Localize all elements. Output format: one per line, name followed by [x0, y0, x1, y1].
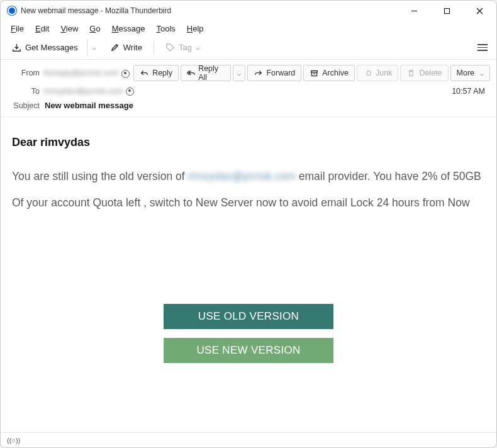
- menubar: File Edit View Go Message Tools Help: [1, 21, 496, 36]
- get-messages-dropdown[interactable]: ⌵: [87, 39, 101, 57]
- menu-edit[interactable]: Edit: [30, 23, 54, 35]
- from-row: From Noreply@pcrisk.com Reply Reply All …: [1, 60, 496, 82]
- maximize-button[interactable]: [432, 1, 461, 20]
- close-button[interactable]: [465, 1, 494, 20]
- reply-all-icon: [187, 69, 195, 78]
- reply-all-dropdown[interactable]: ⌵: [233, 65, 245, 81]
- more-button[interactable]: More⌵: [450, 65, 490, 81]
- main-toolbar: Get Messages ⌵ Write Tag ⌵: [1, 36, 496, 60]
- menu-tools[interactable]: Tools: [151, 23, 180, 35]
- get-messages-button[interactable]: Get Messages: [6, 39, 84, 57]
- greeting-text: Dear rimvydas: [12, 136, 485, 149]
- app-icon: [7, 6, 17, 16]
- use-new-version-button[interactable]: USE NEW VERSION: [164, 338, 333, 363]
- tag-button[interactable]: Tag ⌵: [159, 39, 206, 57]
- to-value: rimvydas@pcrisk.com: [43, 86, 134, 96]
- menu-message[interactable]: Message: [107, 23, 150, 35]
- reply-button[interactable]: Reply: [133, 65, 179, 81]
- write-label: Write: [123, 43, 142, 52]
- minimize-button[interactable]: [399, 1, 428, 20]
- archive-button[interactable]: Archive: [303, 65, 355, 81]
- message-time: 10:57 AM: [452, 87, 490, 96]
- use-old-version-button[interactable]: USE OLD VERSION: [164, 304, 333, 329]
- pencil-icon: [110, 43, 120, 52]
- cta-button-group: USE OLD VERSION USE NEW VERSION: [12, 304, 485, 363]
- trash-icon: [406, 69, 416, 78]
- chevron-down-icon: ⌵: [237, 70, 241, 77]
- to-row: To rimvydas@pcrisk.com 10:57 AM: [1, 82, 496, 97]
- forward-button[interactable]: Forward: [247, 65, 301, 81]
- connection-indicator-icon[interactable]: ((○)): [7, 437, 20, 444]
- menu-view[interactable]: View: [55, 23, 83, 35]
- archive-icon: [310, 69, 319, 78]
- menu-go[interactable]: Go: [84, 23, 105, 35]
- app-menu-button[interactable]: [474, 39, 491, 57]
- menu-file[interactable]: File: [6, 23, 29, 35]
- subject-label: Subject: [7, 101, 40, 110]
- chevron-down-icon: ⌵: [196, 44, 199, 51]
- toolbar-separator: [154, 41, 154, 55]
- message-actions: Reply Reply All ⌵ Forward Archive Junk D…: [133, 65, 490, 81]
- tag-label: Tag: [179, 43, 192, 52]
- contact-icon[interactable]: [126, 87, 134, 96]
- inbox-download-icon: [12, 43, 21, 52]
- junk-button[interactable]: Junk: [357, 65, 398, 81]
- get-messages-label: Get Messages: [25, 43, 78, 52]
- svg-rect-1: [444, 8, 449, 13]
- forward-icon: [254, 69, 263, 78]
- svg-rect-4: [311, 70, 318, 72]
- chevron-down-icon: ⌵: [92, 44, 96, 51]
- tag-icon: [165, 43, 175, 52]
- titlebar: New webmail message - Mozilla Thunderbir…: [1, 1, 496, 21]
- to-label: To: [7, 87, 40, 96]
- flame-icon: [363, 69, 372, 78]
- write-button[interactable]: Write: [104, 39, 148, 57]
- contact-icon[interactable]: [121, 70, 130, 78]
- from-value: Noreply@pcrisk.com: [43, 68, 130, 77]
- menu-help[interactable]: Help: [182, 23, 209, 35]
- status-bar: ((○)): [1, 432, 496, 447]
- subject-row: Subject New webmail message: [1, 97, 496, 117]
- message-body: Dear rimvydas You are still using the ol…: [1, 117, 496, 432]
- chevron-down-icon: ⌵: [480, 70, 484, 77]
- body-paragraph: You are still using the old version of r…: [12, 163, 485, 216]
- app-window: New webmail message - Mozilla Thunderbir…: [0, 0, 497, 448]
- window-title: New webmail message - Mozilla Thunderbir…: [21, 6, 171, 15]
- reply-icon: [140, 69, 149, 78]
- reply-all-button[interactable]: Reply All: [181, 65, 231, 81]
- delete-button[interactable]: Delete: [400, 65, 448, 81]
- from-label: From: [7, 69, 40, 77]
- subject-value: New webmail message: [45, 101, 133, 110]
